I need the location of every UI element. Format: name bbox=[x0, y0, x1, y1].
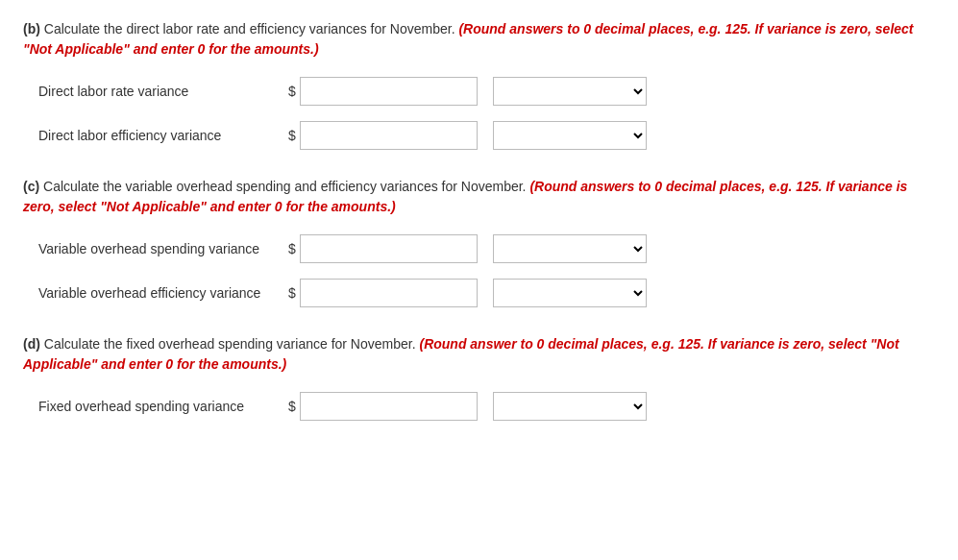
fosv-dollar-sign: $ bbox=[288, 399, 296, 414]
section-d-label: (d) bbox=[23, 336, 40, 352]
section-d: (d) Calculate the fixed overhead spendin… bbox=[23, 334, 935, 421]
section-b: (b) Calculate the direct labor rate and … bbox=[23, 19, 935, 150]
direct-labor-rate-variance-label: Direct labor rate variance bbox=[38, 84, 288, 99]
voev-input[interactable] bbox=[300, 279, 478, 307]
voev-select[interactable]: Favorable Unfavorable Not Applicable bbox=[493, 279, 647, 307]
section-c-label: (c) bbox=[23, 179, 39, 194]
section-c-instructions: (c) Calculate the variable overhead spen… bbox=[23, 177, 935, 217]
dlrv-select[interactable]: Favorable Unfavorable Not Applicable bbox=[493, 77, 647, 106]
direct-labor-efficiency-variance-label: Direct labor efficiency variance bbox=[38, 128, 288, 143]
dlrv-dollar-sign: $ bbox=[288, 84, 296, 99]
fixed-overhead-spending-variance-row: Fixed overhead spending variance $ Favor… bbox=[23, 392, 935, 421]
fosv-input[interactable] bbox=[300, 392, 478, 421]
section-d-main-text: Calculate the fixed overhead spending va… bbox=[44, 336, 420, 352]
section-b-main-text: Calculate the direct labor rate and effi… bbox=[44, 21, 459, 37]
section-c-main-text: Calculate the variable overhead spending… bbox=[43, 179, 529, 194]
dlev-input[interactable] bbox=[300, 121, 478, 150]
dlev-dollar-sign: $ bbox=[288, 128, 296, 143]
direct-labor-rate-variance-row: Direct labor rate variance $ Favorable U… bbox=[23, 77, 935, 106]
variable-overhead-spending-variance-row: Variable overhead spending variance $ Fa… bbox=[23, 234, 935, 263]
voev-dollar-sign: $ bbox=[288, 285, 296, 301]
variable-overhead-efficiency-variance-row: Variable overhead efficiency variance $ … bbox=[23, 279, 935, 307]
vosv-input[interactable] bbox=[300, 234, 478, 263]
variable-overhead-spending-variance-label: Variable overhead spending variance bbox=[38, 241, 288, 256]
dlev-select[interactable]: Favorable Unfavorable Not Applicable bbox=[493, 121, 647, 150]
fixed-overhead-spending-variance-label: Fixed overhead spending variance bbox=[38, 399, 288, 414]
vosv-dollar-sign: $ bbox=[288, 241, 296, 256]
section-b-instructions: (b) Calculate the direct labor rate and … bbox=[23, 19, 935, 60]
section-d-instructions: (d) Calculate the fixed overhead spendin… bbox=[23, 334, 935, 375]
section-b-label: (b) bbox=[23, 21, 40, 37]
variable-overhead-efficiency-variance-label: Variable overhead efficiency variance bbox=[38, 285, 288, 301]
section-c: (c) Calculate the variable overhead spen… bbox=[23, 177, 935, 307]
direct-labor-efficiency-variance-row: Direct labor efficiency variance $ Favor… bbox=[23, 121, 935, 150]
vosv-select[interactable]: Favorable Unfavorable Not Applicable bbox=[493, 234, 647, 263]
fosv-select[interactable]: Favorable Unfavorable Not Applicable bbox=[493, 392, 647, 421]
dlrv-input[interactable] bbox=[300, 77, 478, 106]
